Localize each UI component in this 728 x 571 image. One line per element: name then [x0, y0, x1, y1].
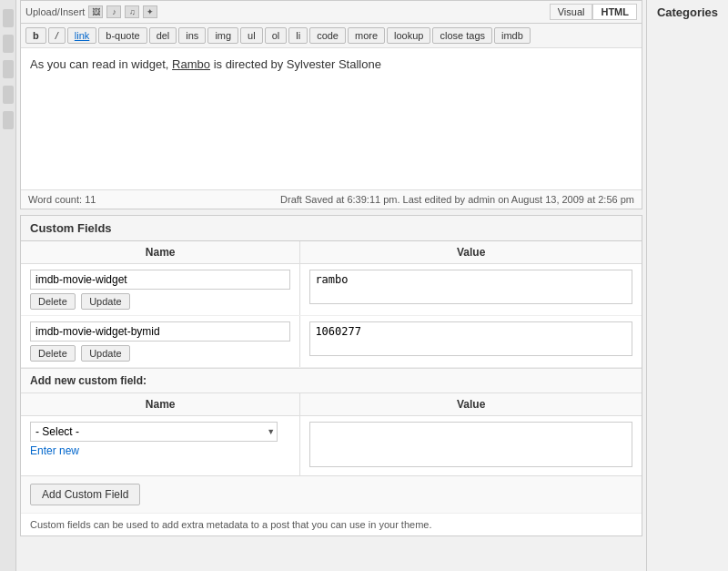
custom-fields-section: Custom Fields Name Value Delete Update: [20, 215, 642, 536]
bquote-button[interactable]: b-quote: [98, 27, 147, 44]
add-value-header: Value: [300, 393, 642, 416]
upload-insert-label: Upload/Insert: [25, 6, 85, 17]
draft-status: Draft Saved at 6:39:11 pm. Last edited b…: [280, 194, 634, 205]
video-icon[interactable]: ♫: [125, 5, 139, 18]
value-column-header: Value: [300, 241, 642, 264]
visual-button[interactable]: Visual: [550, 4, 593, 20]
cf-name-input-1[interactable]: [30, 270, 290, 290]
audio-icon[interactable]: ♪: [106, 5, 121, 18]
left-sidebar-item: [3, 35, 14, 53]
ul-button[interactable]: ul: [240, 27, 263, 44]
li-button[interactable]: li: [288, 27, 308, 44]
html-button[interactable]: HTML: [592, 4, 637, 20]
editor-section: Upload/Insert 🖼 ♪ ♫ ✦ Visual HTML b / li…: [20, 0, 642, 209]
add-name-header: Name: [21, 393, 300, 416]
cf-hint: Custom fields can be used to add extra m…: [21, 513, 642, 535]
update-button-1[interactable]: Update: [81, 293, 129, 310]
add-custom-field-table: Name Value - Select - imdb-movie-widget …: [21, 393, 642, 475]
select-wrapper: - Select - imdb-movie-widget imdb-movie-…: [30, 422, 278, 442]
left-sidebar: [0, 0, 16, 571]
right-sidebar: Categories: [646, 0, 728, 571]
star-icon[interactable]: ✦: [143, 5, 157, 18]
upload-insert-toolbar: Upload/Insert 🖼 ♪ ♫ ✦: [25, 5, 157, 18]
name-column-header: Name: [21, 241, 300, 264]
editor-toolbar-top: Upload/Insert 🖼 ♪ ♫ ✦ Visual HTML: [21, 1, 642, 24]
img-button[interactable]: img: [207, 27, 238, 44]
italic-button[interactable]: /: [48, 27, 66, 44]
delete-button-2[interactable]: Delete: [30, 345, 76, 362]
delete-button-1[interactable]: Delete: [30, 293, 76, 310]
ol-button[interactable]: ol: [265, 27, 288, 44]
code-button[interactable]: code: [309, 27, 346, 44]
enter-new-link[interactable]: Enter new: [30, 444, 79, 457]
left-sidebar-item: [3, 9, 14, 27]
custom-fields-table: Name Value Delete Update rambo: [21, 241, 642, 368]
left-sidebar-item: [3, 60, 14, 78]
custom-field-row: Delete Update 1060277: [21, 316, 642, 368]
editor-footer: Word count: 11 Draft Saved at 6:39:11 pm…: [21, 189, 642, 209]
custom-fields-title: Custom Fields: [21, 216, 642, 241]
cf-select[interactable]: - Select - imdb-movie-widget imdb-movie-…: [30, 422, 278, 442]
word-count: Word count: 11: [28, 194, 96, 205]
del-button[interactable]: del: [149, 27, 177, 44]
content-area: Upload/Insert 🖼 ♪ ♫ ✦ Visual HTML b / li…: [16, 0, 646, 571]
editor-content-area[interactable]: As you can read in widget, Rambo is dire…: [21, 48, 642, 189]
bold-button[interactable]: b: [25, 27, 46, 44]
left-sidebar-item: [3, 86, 14, 104]
left-sidebar-item: [3, 111, 14, 129]
custom-field-row: Delete Update rambo: [21, 264, 642, 316]
lookup-button[interactable]: lookup: [387, 27, 430, 44]
update-button-2[interactable]: Update: [81, 345, 129, 362]
cf-value-textarea-1[interactable]: rambo: [309, 270, 632, 304]
link-button[interactable]: link: [67, 27, 97, 44]
add-custom-field-row: - Select - imdb-movie-widget imdb-movie-…: [21, 416, 642, 476]
add-new-label: Add new custom field:: [21, 368, 642, 393]
add-custom-field-button[interactable]: Add Custom Field: [30, 484, 140, 505]
close-tags-button[interactable]: close tags: [432, 27, 492, 44]
image-icon[interactable]: 🖼: [88, 5, 103, 18]
add-cf-value-textarea[interactable]: [309, 422, 632, 467]
cf-value-textarea-2[interactable]: 1060277: [309, 321, 632, 356]
add-btn-row: Add Custom Field: [21, 475, 642, 513]
view-toggle: Visual HTML: [550, 4, 637, 20]
format-toolbar: b / link b-quote del ins img ul ol li co…: [21, 24, 642, 48]
cf-name-input-2[interactable]: [30, 321, 290, 342]
categories-title: Categories: [652, 5, 723, 23]
more-button[interactable]: more: [348, 27, 385, 44]
editor-text: As you can read in widget, Rambo is dire…: [30, 57, 381, 71]
imdb-button[interactable]: imdb: [494, 27, 531, 44]
ins-button[interactable]: ins: [178, 27, 206, 44]
